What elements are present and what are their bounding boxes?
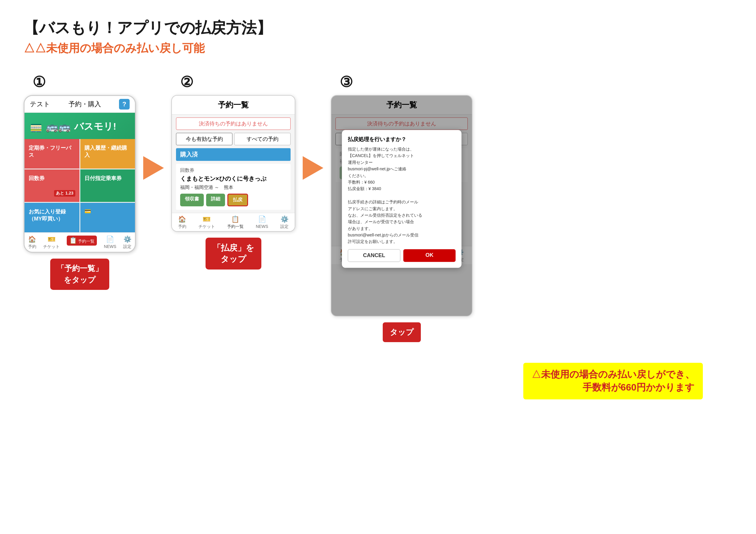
- dialog-buttons: CANCEL OK: [348, 249, 456, 262]
- s2-ticket-icon: 🎫: [202, 216, 210, 223]
- phone-menu-grid: 定期券・フリーパス 購入履歴・継続購入 回数券 あと 1.23 日付指定乗車券 …: [24, 139, 135, 232]
- nav-yoyaku-ichiran[interactable]: 📋 予約一覧: [67, 236, 97, 250]
- phone-bottom-nav-1: 🏠 予約 🎫 チケット 📋 予約一覧 📄 NEWS: [24, 232, 135, 252]
- step-2: ② 予約一覧 決済待ちの予約はありません 今も有効な予約 すべての予約 購入済 …: [171, 73, 295, 270]
- pending-bar-3: 決済待ちの予約はありません: [336, 118, 468, 130]
- screen-3-header: 予約一覧: [331, 96, 472, 115]
- nichijyou-label: 日付指定乗車券: [85, 175, 131, 182]
- ticket-type-2: 回数券: [180, 167, 286, 174]
- okiniiri-cell[interactable]: お気に入り登録（MY即買い）: [24, 203, 79, 232]
- ticket-icon: 🎫: [47, 236, 56, 243]
- dialog-cancel-button[interactable]: CANCEL: [348, 249, 400, 262]
- phone-header-1: テスト 予約・購入 ?: [24, 96, 135, 113]
- dialog-box: 払戻処理を行いますか？ 指定した便が運体になった場合は、【CANCEL】を押して…: [342, 130, 462, 268]
- home-icon: 🏠: [28, 236, 36, 243]
- page-subtitle: △△未使用の場合のみ払い戻し可能: [24, 41, 732, 56]
- teiki-cell[interactable]: 定期券・フリーパス: [24, 139, 79, 169]
- page-title: 【バスもり！アプリでの払戻方法】: [24, 18, 732, 39]
- screen-mockup-3: 予約一覧 決済待ちの予約はありません 今も有効な予約 すべての予約 回数券 福岡…: [331, 95, 472, 316]
- s2-home-icon: 🏠: [178, 216, 186, 223]
- step-3-callout: タップ: [383, 322, 421, 342]
- s2-nav-settings[interactable]: ⚙️ 設定: [280, 216, 288, 229]
- list-icon: 📋: [69, 237, 77, 244]
- screen-2-bottom-nav: 🏠 予約 🎫 チケット 📋 予約一覧 📄 NEWS ⚙️ 設定: [172, 213, 295, 231]
- teiki-label: 定期券・フリーパス: [29, 144, 75, 158]
- phone-header-center: 予約・購入: [68, 100, 101, 109]
- okiniiri-label: お気に入り登録（MY即買い）: [29, 208, 75, 222]
- tab-valid[interactable]: 今も有効な予約: [176, 133, 232, 145]
- dialog-body: 指定した便が運体になった場合は、【CANCEL】を押してウェルネット運用センター…: [348, 146, 456, 245]
- kaisuuken-badge: あと 1.23: [54, 190, 75, 197]
- s2-nav-ticket[interactable]: 🎫 チケット: [199, 216, 215, 229]
- s2-nav-yoyaku[interactable]: 🏠 予約: [178, 216, 186, 229]
- phone-hero: 🚃 🚌🚌 バスモリ!: [24, 113, 135, 139]
- s2-list-icon: 📋: [231, 216, 239, 223]
- nav-yoyaku-label: 予約: [28, 244, 36, 250]
- nichijyou-cell[interactable]: 日付指定乗車券: [80, 170, 135, 202]
- arrow-2: [295, 156, 331, 180]
- bottom-triangle-icon: △: [531, 369, 541, 380]
- ticket-name-2: くまもとモン×ひのくに号きっぷ: [180, 175, 286, 183]
- btn-haraimodoshi-2[interactable]: 払戻: [228, 194, 248, 206]
- nav-ticket[interactable]: 🎫 チケット: [43, 236, 60, 250]
- nav-yoyaku[interactable]: 🏠 予約: [28, 236, 36, 250]
- kaisuuken-cell[interactable]: 回数券 あと 1.23: [24, 170, 79, 202]
- tab-all[interactable]: すべての予約: [234, 133, 291, 145]
- bottom-note: △未使用の場合のみ払い戻しができ、手数料が660円かかります: [523, 363, 703, 399]
- s2-nav-list[interactable]: 📋 予約一覧: [227, 216, 244, 229]
- credit-cell[interactable]: 💳: [80, 203, 135, 232]
- step-1: ① テスト 予約・購入 ? 🚃 🚌🚌 バスモリ! 定期券・フリーパス: [24, 73, 136, 290]
- screen-mockup-2: 予約一覧 決済待ちの予約はありません 今も有効な予約 すべての予約 購入済 回数…: [171, 95, 295, 232]
- step-2-number: ②: [180, 73, 193, 91]
- settings-icon: ⚙️: [123, 236, 131, 243]
- s2-settings-icon: ⚙️: [281, 216, 288, 223]
- news-icon: 📄: [106, 236, 114, 243]
- btn-ryoushuusho-2[interactable]: 領収書: [180, 194, 204, 206]
- step-1-callout: 「予約一覧」をタップ: [50, 258, 109, 290]
- nav-yoyaku-ichiran-label: 予約一覧: [78, 239, 94, 244]
- step-3-number: ③: [339, 73, 353, 91]
- credit-icon: 💳: [85, 208, 131, 215]
- section-label-2: 購入済: [176, 148, 291, 161]
- dialog-title: 払戻処理を行いますか？: [348, 136, 456, 143]
- phone-mockup-1: テスト 予約・購入 ? 🚃 🚌🚌 バスモリ! 定期券・フリーパス 購入履歴・継続…: [24, 95, 136, 253]
- ticket-row-2: 回数券 くまもとモン×ひのくに号きっぷ 福岡・福岡空港 ～ 熊本 領収書 詳細 …: [176, 164, 291, 210]
- steps-container: ① テスト 予約・購入 ? 🚃 🚌🚌 バスモリ! 定期券・フリーパス: [24, 73, 732, 342]
- app-brand-name: バスモリ!: [74, 120, 116, 133]
- screen-2-header: 予約一覧: [172, 96, 295, 115]
- arrow-icon-1: [143, 156, 164, 180]
- tab-row-2: 今も有効な予約 すべての予約: [176, 133, 291, 145]
- warning-triangle-icon: △: [24, 42, 35, 54]
- s2-nav-news[interactable]: 📄 NEWS: [256, 216, 268, 229]
- kounyuu-cell[interactable]: 購入履歴・継続購入: [80, 139, 135, 169]
- kounyuu-label: 購入履歴・継続購入: [85, 144, 131, 158]
- nav-ticket-label: チケット: [43, 244, 60, 250]
- arrow-icon-2: [303, 156, 323, 180]
- btn-shousai-2[interactable]: 詳細: [206, 194, 225, 206]
- nav-news[interactable]: 📄 NEWS: [104, 236, 116, 250]
- nav-settings-label: 設定: [123, 244, 131, 250]
- step-1-number: ①: [33, 73, 46, 91]
- step-3: ③ 予約一覧 決済待ちの予約はありません 今も有効な予約 すべての予約 回数券 …: [331, 73, 472, 342]
- nav-settings[interactable]: ⚙️ 設定: [123, 236, 131, 250]
- action-buttons-2: 領収書 詳細 払戻: [180, 194, 286, 206]
- step-2-callout: 「払戻」をタップ: [205, 238, 261, 270]
- arrow-1: [136, 156, 171, 180]
- phone-header-left: テスト: [30, 100, 50, 109]
- nav-news-label: NEWS: [104, 244, 116, 249]
- bus-icon: 🚌🚌: [46, 121, 70, 133]
- train-icon: 🚃: [30, 121, 42, 133]
- bottom-note-area: △未使用の場合のみ払い戻しができ、手数料が660円かかります: [24, 354, 732, 399]
- kaisuuken-label: 回数券: [29, 175, 75, 182]
- dialog-ok-button[interactable]: OK: [403, 249, 455, 262]
- help-icon[interactable]: ?: [119, 99, 130, 110]
- s2-news-icon: 📄: [258, 216, 266, 223]
- pending-bar-2: 決済待ちの予約はありません: [176, 118, 291, 130]
- ticket-route-2: 福岡・福岡空港 ～ 熊本: [180, 184, 286, 191]
